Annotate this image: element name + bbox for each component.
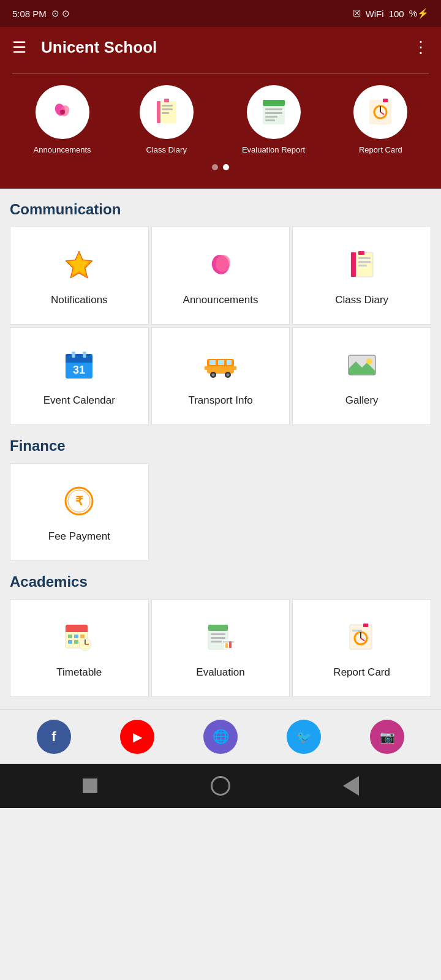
academics-section-title: Academics: [10, 573, 431, 590]
carousel-item-evaluation-report[interactable]: Evaluation Report: [242, 85, 305, 154]
more-options-button[interactable]: ⋮: [413, 38, 429, 57]
fee-payment-icon: ₹: [63, 485, 95, 522]
svg-rect-37: [83, 352, 86, 358]
carousel-icon-report-card: [353, 85, 407, 139]
report-card-academics-icon: [346, 621, 378, 658]
svg-rect-41: [218, 360, 224, 365]
nav-back-button[interactable]: [340, 775, 362, 797]
svg-rect-60: [74, 635, 78, 638]
instagram-icon: 📷: [380, 729, 395, 744]
svg-rect-29: [358, 257, 371, 259]
card-evaluation[interactable]: Evaluation: [151, 599, 290, 697]
hamburger-button[interactable]: ☰: [12, 38, 26, 57]
carousel-item-announcements[interactable]: Announcements: [34, 85, 91, 154]
svg-rect-36: [72, 352, 75, 358]
svg-rect-28: [358, 251, 364, 255]
svg-rect-14: [265, 116, 277, 118]
main-content: Communication Notifications Announcement…: [0, 189, 441, 709]
svg-rect-82: [352, 630, 362, 631]
svg-text:31: 31: [73, 364, 85, 376]
gallery-label: Gallery: [345, 394, 379, 407]
event-calendar-icon: 31: [63, 349, 95, 386]
card-class-diary[interactable]: Class Diary: [292, 227, 431, 325]
class-diary-svg-icon: [152, 97, 181, 127]
carousel-item-report-card[interactable]: Report Card: [353, 85, 407, 154]
carousel-label-class-diary: Class Diary: [146, 145, 186, 154]
svg-rect-27: [351, 252, 356, 277]
academics-grid: Timetable Evaluation: [10, 599, 431, 697]
svg-rect-70: [211, 633, 225, 635]
svg-rect-74: [225, 643, 228, 648]
svg-point-51: [366, 358, 372, 364]
evaluation-svg-icon: [259, 97, 288, 127]
fee-payment-label: Fee Payment: [48, 530, 110, 543]
event-calendar-svg: 31: [63, 349, 95, 381]
announcements-card-svg: [205, 249, 236, 281]
carousel-label-announcements: Announcements: [34, 145, 91, 154]
timetable-label: Timetable: [18, 666, 141, 679]
dot-indicators: [12, 164, 429, 170]
carousel-icon-class-diary: [140, 85, 194, 139]
card-notifications[interactable]: Notifications: [10, 227, 149, 325]
card-report-card[interactable]: Report Card: [292, 599, 431, 697]
evaluation-svg: [205, 621, 236, 653]
transport-info-label: Transport Info: [188, 394, 252, 407]
svg-rect-7: [162, 108, 173, 110]
svg-rect-15: [265, 119, 275, 121]
finance-grid: ₹ Fee Payment: [10, 463, 431, 561]
gallery-svg: [346, 349, 378, 381]
top-bar: ☰ Unicent School ⋮: [0, 27, 441, 67]
status-wifi-icon: WiFi: [366, 9, 384, 19]
card-timetable[interactable]: Timetable: [10, 599, 149, 697]
svg-point-3: [60, 110, 65, 115]
svg-rect-31: [358, 265, 367, 266]
divider: [12, 74, 429, 74]
youtube-button[interactable]: ▶: [120, 720, 154, 754]
carousel-item-class-diary[interactable]: Class Diary: [140, 85, 194, 154]
fee-payment-svg: ₹: [63, 485, 95, 517]
svg-rect-71: [211, 637, 225, 639]
notifications-icon: [63, 249, 95, 285]
card-fee-payment[interactable]: ₹ Fee Payment: [10, 463, 149, 561]
timetable-svg: [63, 621, 95, 653]
svg-rect-59: [68, 635, 72, 638]
svg-rect-48: [232, 366, 236, 370]
status-right: ☒ WiFi 100 %⚡: [353, 8, 429, 19]
svg-point-44: [211, 374, 214, 377]
carousel-label-evaluation-report: Evaluation Report: [242, 145, 305, 154]
svg-rect-69: [208, 625, 228, 631]
notifications-label: Notifications: [51, 294, 108, 306]
announcements-card-icon: [205, 249, 236, 285]
svg-text:₹: ₹: [75, 494, 83, 508]
nav-home-button[interactable]: [79, 775, 101, 797]
nav-back-icon: [343, 776, 359, 796]
facebook-button[interactable]: f: [37, 720, 71, 754]
gallery-icon: [346, 349, 378, 386]
youtube-icon: ▶: [133, 729, 142, 744]
status-time: 5:08 PM: [12, 9, 47, 19]
evaluation-icon: [205, 621, 236, 658]
status-battery: 100: [389, 9, 404, 19]
card-event-calendar[interactable]: 31 Event Calendar: [10, 327, 149, 425]
svg-point-46: [226, 374, 229, 377]
svg-rect-11: [263, 100, 285, 106]
twitter-button[interactable]: 🐦: [287, 720, 321, 754]
facebook-icon: f: [51, 729, 56, 745]
nav-bar: [0, 764, 441, 808]
social-bar: f ▶ 🌐 🐦 📷: [0, 709, 441, 764]
svg-rect-75: [229, 641, 232, 648]
dot-2: [223, 164, 229, 170]
svg-rect-62: [68, 640, 72, 644]
card-announcements[interactable]: Announcements: [151, 227, 290, 325]
status-icons: ⊙ ⊙: [51, 8, 70, 19]
instagram-button[interactable]: 📷: [370, 720, 404, 754]
card-gallery[interactable]: Gallery: [292, 327, 431, 425]
class-diary-card-icon: [346, 249, 378, 285]
svg-rect-5: [157, 101, 160, 123]
dot-1: [212, 164, 218, 170]
card-transport-info[interactable]: Transport Info: [151, 327, 290, 425]
nav-recents-button[interactable]: [209, 775, 232, 797]
website-button[interactable]: 🌐: [203, 720, 238, 754]
svg-rect-13: [265, 112, 282, 114]
svg-rect-12: [265, 108, 282, 110]
